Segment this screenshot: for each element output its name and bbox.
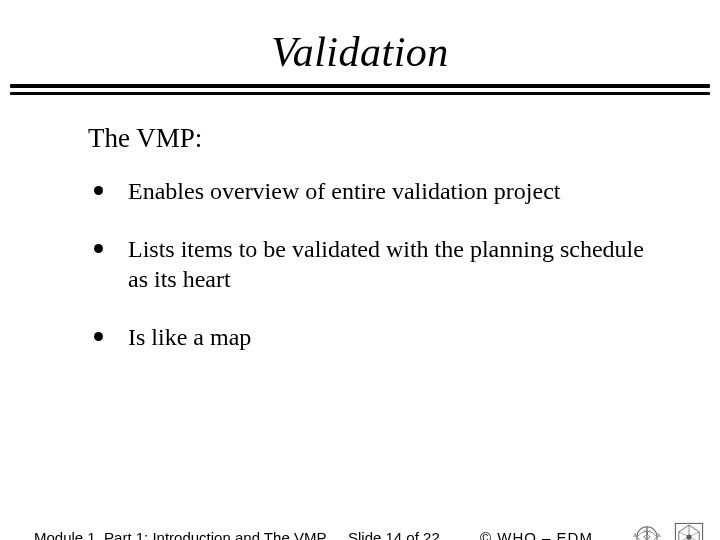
footer-module: Module 1, Part 1: Introduction and The V… [34,529,326,540]
slide-subtitle: The VMP: [88,123,660,154]
svg-point-6 [686,534,691,539]
title-divider [0,84,720,95]
footer-copyright: © WHO – EDM [480,529,593,540]
bullet-list: Enables overview of entire validation pr… [88,176,660,352]
slide-body: The VMP: Enables overview of entire vali… [0,95,720,352]
who-logo-icon [630,520,664,540]
bullet-item: Lists items to be validated with the pla… [88,234,660,294]
slide: Validation The VMP: Enables overview of … [0,28,720,540]
bullet-item: Enables overview of entire validation pr… [88,176,660,206]
slide-title: Validation [0,28,720,76]
logo-group [630,520,706,540]
footer-slide-counter: Slide 14 of 22 [348,529,440,540]
bullet-item: Is like a map [88,322,660,352]
edm-logo-icon [672,520,706,540]
